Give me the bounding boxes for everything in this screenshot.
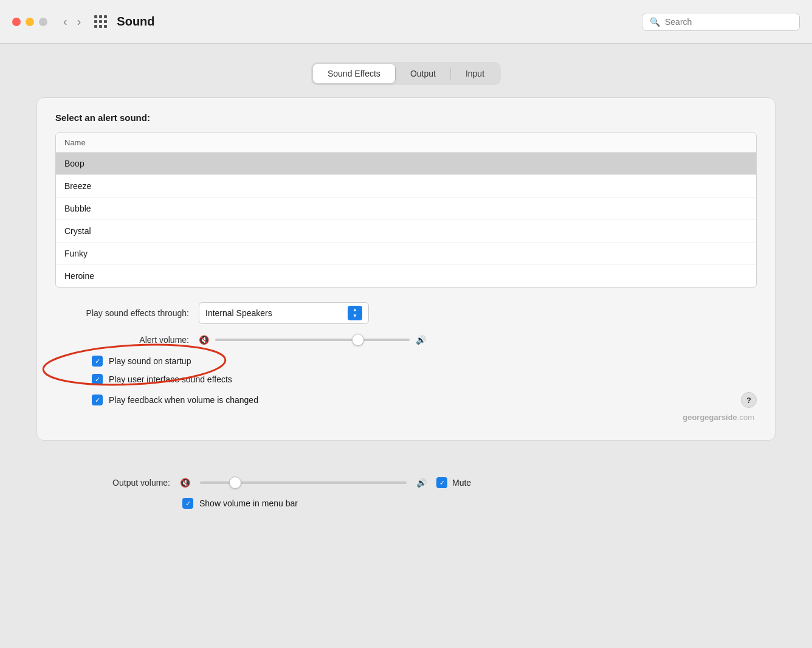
grid-dot [94, 25, 97, 28]
grid-dot [99, 20, 102, 23]
back-button[interactable]: ‹ [60, 12, 71, 31]
tab-input[interactable]: Input [451, 64, 499, 83]
grid-dot [99, 15, 102, 18]
play-feedback-volume-checkbox[interactable]: ✓ [92, 395, 103, 405]
list-item[interactable]: Crystal [56, 220, 756, 243]
nav-buttons: ‹ › [60, 12, 84, 31]
list-item[interactable]: Funky [56, 243, 756, 265]
play-sound-startup-checkbox[interactable]: ✓ [92, 356, 103, 367]
play-sound-effects-row: Play sound effects through: Internal Spe… [55, 302, 757, 324]
play-feedback-volume-row: ✓ Play feedback when volume is changed ? [92, 392, 757, 408]
bottom-section: Output volume: 🔇 🔊 ✓ Mute ✓ Show volume … [0, 465, 812, 527]
tab-output[interactable]: Output [396, 64, 450, 83]
mute-label: Mute [452, 478, 471, 488]
help-button[interactable]: ? [741, 392, 757, 408]
alert-volume-label: Alert volume: [55, 335, 189, 345]
list-item[interactable]: Bubble [56, 198, 756, 220]
grid-dot [104, 15, 107, 18]
tabs-container: Sound Effects Output Input [36, 62, 776, 85]
page-title: Sound [117, 15, 154, 29]
play-ui-sounds-row: ✓ Play user interface sound effects [92, 374, 757, 385]
output-volume-label: Output volume: [36, 478, 170, 488]
minimize-button[interactable] [26, 18, 34, 26]
search-box[interactable]: 🔍 [642, 13, 800, 31]
tabs: Sound Effects Output Input [311, 62, 501, 85]
volume-high-icon: 🔊 [416, 335, 426, 345]
mute-row: ✓ Mute [436, 477, 471, 488]
volume-mute-icon: 🔇 [199, 335, 209, 345]
output-volume-row: Output volume: 🔇 🔊 ✓ Mute [36, 477, 776, 488]
mute-checkbox[interactable]: ✓ [436, 477, 447, 488]
grid-icon[interactable] [94, 15, 107, 28]
dropdown-arrow-icon: ▲ ▼ [348, 306, 362, 320]
window-controls [12, 18, 47, 26]
output-mute-icon: 🔇 [180, 478, 190, 488]
show-volume-row: ✓ Show volume in menu bar [182, 498, 776, 509]
forward-button[interactable]: › [74, 12, 85, 31]
sound-list: Name Boop Breeze Bubble Crystal Funky He… [55, 133, 757, 288]
grid-dot [94, 15, 97, 18]
show-volume-checkbox[interactable]: ✓ [182, 498, 193, 509]
watermark: georgegarside.com [55, 413, 757, 422]
sound-effects-panel: Select an alert sound: Name Boop Breeze … [36, 97, 776, 441]
play-ui-sounds-checkbox[interactable]: ✓ [92, 374, 103, 385]
search-icon: 🔍 [650, 17, 660, 27]
checkboxes-container: ✓ Play sound on startup ✓ Play user inte… [55, 356, 757, 408]
red-circle-annotation [37, 343, 232, 392]
maximize-button[interactable] [39, 18, 47, 26]
play-feedback-volume-label: Play feedback when volume is changed [109, 395, 258, 405]
sound-output-dropdown[interactable]: Internal Speakers ▲ ▼ [199, 302, 369, 324]
list-item[interactable]: Boop [56, 153, 756, 175]
section-title: Select an alert sound: [55, 112, 757, 123]
dropdown-value: Internal Speakers [205, 308, 343, 318]
show-volume-label: Show volume in menu bar [199, 498, 298, 508]
play-sound-startup-row: ✓ Play sound on startup [92, 356, 757, 367]
alert-volume-slider[interactable] [215, 339, 410, 341]
grid-dot [104, 20, 107, 23]
settings-section: Play sound effects through: Internal Spe… [55, 302, 757, 408]
main-content: Sound Effects Output Input Select an ale… [0, 44, 812, 465]
list-item[interactable]: Breeze [56, 175, 756, 198]
play-ui-sounds-label: Play user interface sound effects [109, 374, 232, 384]
play-sound-startup-label: Play sound on startup [109, 356, 191, 366]
title-bar: ‹ › Sound 🔍 [0, 0, 812, 44]
output-volume-slider[interactable] [200, 481, 407, 484]
alert-volume-slider-container: 🔇 🔊 [199, 335, 757, 345]
close-button[interactable] [12, 18, 21, 26]
tab-sound-effects[interactable]: Sound Effects [313, 64, 395, 83]
output-high-icon: 🔊 [416, 478, 427, 488]
search-input[interactable] [665, 17, 792, 27]
sound-list-header: Name [56, 133, 756, 153]
play-sound-effects-label: Play sound effects through: [55, 308, 189, 318]
grid-dot [99, 25, 102, 28]
alert-volume-row: Alert volume: 🔇 🔊 [55, 335, 757, 345]
grid-dot [104, 25, 107, 28]
list-item[interactable]: Heroine [56, 265, 756, 287]
grid-dot [94, 20, 97, 23]
